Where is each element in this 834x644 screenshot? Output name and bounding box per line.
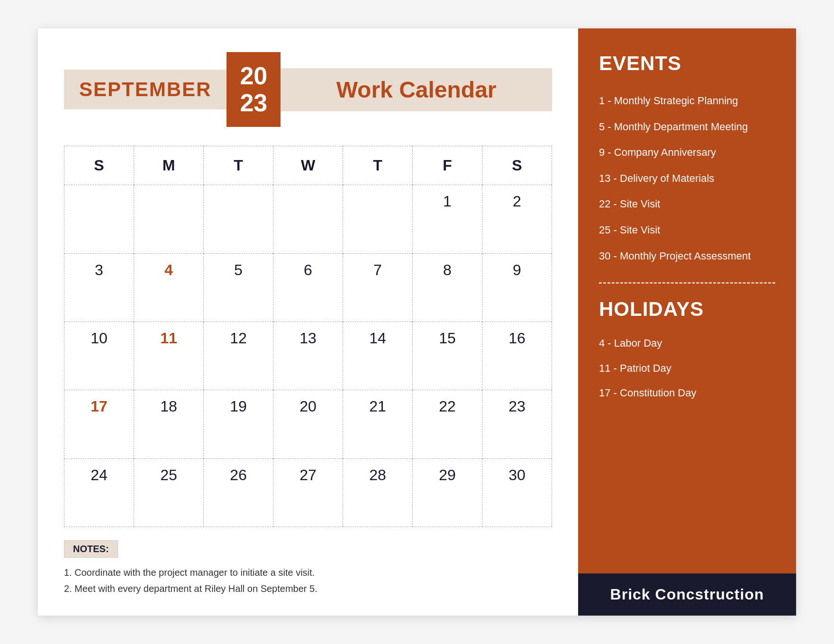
year-display: 2023: [240, 62, 267, 116]
notes-section: NOTES: 1. Coordinate with the project ma…: [64, 540, 552, 597]
notes-text: 1. Coordinate with the project manager t…: [64, 564, 552, 597]
calendar-cell: [134, 185, 204, 253]
note-line-1: 1. Coordinate with the project manager t…: [64, 564, 552, 581]
calendar-cell: 9: [482, 253, 552, 322]
calendar-cell: [204, 185, 273, 253]
notes-label: NOTES:: [64, 540, 118, 558]
list-item: 1 - Monthly Strategic Planning: [599, 88, 775, 114]
calendar-cell: [64, 185, 134, 253]
list-item: 25 - Site Visit: [599, 217, 775, 243]
company-name: Brick Concstruction: [610, 586, 764, 603]
calendar-title-box: Work Calendar: [281, 68, 552, 111]
calendar-cell: 30: [482, 458, 552, 527]
calendar-cell: 15: [413, 322, 482, 390]
month-title: SEPTEMBER: [79, 78, 211, 100]
calendar-cell: 6: [273, 253, 343, 322]
list-item: 30 - Monthly Project Assessment: [599, 243, 775, 269]
note-line-2: 2. Meet with every department at Riley H…: [64, 581, 552, 597]
right-panel: EVENTS 1 - Monthly Strategic Planning 5 …: [578, 28, 796, 616]
calendar-cell: 13: [273, 322, 343, 390]
calendar-title: Work Calendar: [295, 77, 538, 103]
company-footer: Brick Concstruction: [578, 573, 796, 616]
days-header-row: S M T W T F S: [64, 146, 552, 185]
calendar-week-row: 24252627282930: [64, 458, 552, 527]
day-header-sat: S: [482, 146, 552, 185]
calendar-cell: 11: [134, 322, 204, 390]
section-divider: [599, 282, 775, 284]
calendar-week-row: 17181920212223: [64, 390, 552, 458]
calendar-cell: 28: [343, 458, 413, 527]
calendar-cell: 26: [204, 458, 273, 527]
calendar-cell: 1: [413, 185, 482, 253]
calendar-cell: 21: [343, 390, 413, 458]
calendar-cell: 25: [134, 458, 204, 527]
calendar-cell: 3: [64, 253, 134, 322]
day-header-sun: S: [64, 146, 134, 185]
calendar-cell: 8: [413, 253, 482, 322]
list-item: 22 - Site Visit: [599, 191, 775, 217]
calendar-table: S M T W T F S 12345678910111213141516171…: [64, 146, 552, 527]
right-content: EVENTS 1 - Monthly Strategic Planning 5 …: [578, 28, 796, 573]
calendar-cell: 4: [134, 253, 204, 322]
list-item: 13 - Delivery of Materials: [599, 166, 775, 192]
holidays-title: HOLIDAYS: [599, 298, 775, 321]
list-item: 11 - Patriot Day: [599, 356, 775, 381]
calendar-cell: 18: [134, 390, 204, 458]
day-header-mon: M: [134, 146, 204, 185]
day-header-wed: W: [273, 146, 343, 185]
month-box: SEPTEMBER: [64, 70, 227, 109]
header: SEPTEMBER 2023 Work Calendar: [64, 52, 552, 127]
day-header-tue: T: [204, 146, 273, 185]
calendar-cell: 2: [482, 185, 552, 253]
day-header-fri: F: [413, 146, 482, 185]
year-box: 2023: [227, 52, 281, 127]
calendar-cell: 22: [413, 390, 482, 458]
events-title: EVENTS: [599, 52, 775, 75]
calendar-cell: 20: [273, 390, 343, 458]
list-item: 17 - Constitution Day: [599, 381, 775, 406]
day-header-thu: T: [343, 146, 413, 185]
calendar-cell: 12: [204, 322, 273, 390]
calendar-week-row: 10111213141516: [64, 322, 552, 390]
calendar-cell: [343, 185, 413, 253]
calendar-week-row: 12: [64, 185, 552, 253]
calendar-cell: 14: [343, 322, 413, 390]
calendar-cell: 7: [343, 253, 413, 322]
calendar-cell: 24: [64, 458, 134, 527]
list-item: 4 - Labor Day: [599, 331, 775, 356]
calendar-cell: 5: [204, 253, 273, 322]
calendar-cell: [273, 185, 343, 253]
calendar-cell: 27: [273, 458, 343, 527]
calendar-cell: 17: [64, 390, 134, 458]
calendar-cell: 10: [64, 322, 134, 390]
calendar-cell: 29: [413, 458, 482, 527]
event-list: 1 - Monthly Strategic Planning 5 - Month…: [599, 88, 775, 269]
calendar-cell: 23: [482, 390, 552, 458]
calendar-cell: 16: [482, 322, 552, 390]
page: SEPTEMBER 2023 Work Calendar S M T W T F…: [38, 28, 796, 616]
left-panel: SEPTEMBER 2023 Work Calendar S M T W T F…: [38, 28, 578, 616]
calendar-week-row: 3456789: [64, 253, 552, 322]
holidays-list: 4 - Labor Day 11 - Patriot Day 17 - Cons…: [599, 331, 775, 406]
list-item: 9 - Company Anniversary: [599, 140, 775, 166]
calendar-cell: 19: [204, 390, 273, 458]
list-item: 5 - Monthly Department Meeting: [599, 114, 775, 140]
